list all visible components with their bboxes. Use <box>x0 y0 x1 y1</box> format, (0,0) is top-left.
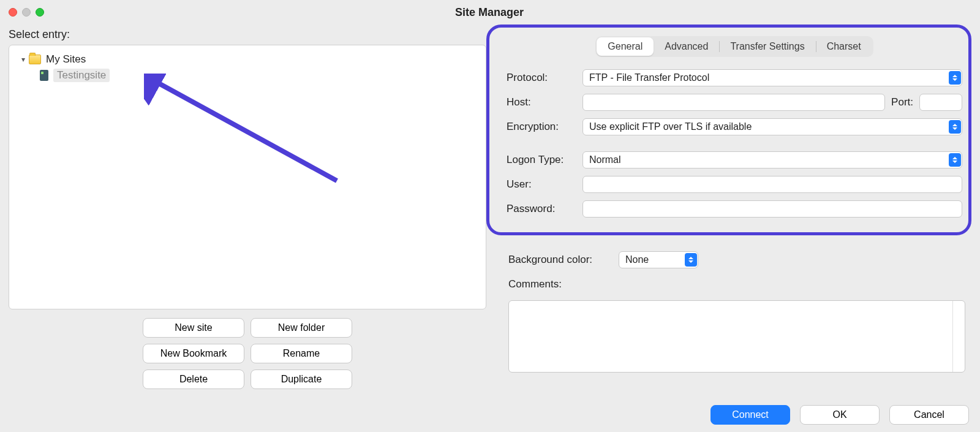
tab-transfer[interactable]: Transfer Settings <box>719 37 815 56</box>
delete-button[interactable]: Delete <box>143 369 244 389</box>
rename-button[interactable]: Rename <box>251 344 352 363</box>
protocol-select[interactable]: FTP - File Transfer Protocol <box>582 69 962 86</box>
logon-type-select[interactable]: Normal <box>582 151 962 169</box>
duplicate-button[interactable]: Duplicate <box>251 369 352 389</box>
encryption-select[interactable]: Use explicit FTP over TLS if available <box>582 118 962 135</box>
window-controls <box>9 8 44 17</box>
bg-color-select[interactable]: None <box>619 251 698 268</box>
dialog-buttons: Connect OK Cancel <box>710 405 969 425</box>
close-window-icon[interactable] <box>9 8 17 17</box>
site-label: Testingsite <box>53 69 110 82</box>
annotation-arrow-icon <box>144 74 340 184</box>
new-site-button[interactable]: New site <box>143 318 244 338</box>
scrollbar[interactable] <box>952 301 965 372</box>
new-bookmark-button[interactable]: New Bookmark <box>143 344 244 363</box>
host-label: Host: <box>507 96 582 108</box>
tree-root[interactable]: ▾ My Sites <box>18 51 477 67</box>
password-label: Password: <box>507 203 582 215</box>
comments-value <box>509 301 952 372</box>
svg-line-0 <box>148 77 337 181</box>
server-icon <box>40 70 48 81</box>
select-arrows-icon <box>949 153 961 167</box>
user-label: User: <box>507 178 582 191</box>
select-arrows-icon <box>949 71 961 85</box>
new-folder-button[interactable]: New folder <box>251 318 352 338</box>
comments-textarea[interactable] <box>508 300 965 373</box>
host-input[interactable] <box>582 94 885 111</box>
maximize-window-icon[interactable] <box>36 8 44 17</box>
tree-site[interactable]: Testingsite <box>18 67 477 83</box>
minimize-window-icon[interactable] <box>22 8 31 17</box>
tab-general[interactable]: General <box>597 37 654 56</box>
extra-panel: Background color: None Comments: <box>486 235 971 373</box>
select-entry-label: Select entry: <box>9 25 486 45</box>
comments-label: Comments: <box>508 278 619 290</box>
root-label: My Sites <box>46 53 86 66</box>
window-title: Site Manager <box>44 6 935 19</box>
tab-advanced[interactable]: Advanced <box>654 37 719 56</box>
encryption-label: Encryption: <box>507 121 582 133</box>
select-arrows-icon <box>949 120 961 134</box>
protocol-label: Protocol: <box>507 72 582 84</box>
logon-type-value: Normal <box>582 151 962 169</box>
connect-button[interactable]: Connect <box>710 405 790 425</box>
title-bar: Site Manager <box>0 0 980 25</box>
port-input[interactable] <box>919 94 962 111</box>
select-arrows-icon <box>685 253 697 267</box>
ok-button[interactable]: OK <box>800 405 880 425</box>
protocol-value: FTP - File Transfer Protocol <box>582 69 962 86</box>
logon-type-label: Logon Type: <box>507 154 582 166</box>
folder-icon <box>29 55 41 64</box>
sites-tree[interactable]: ▾ My Sites Testingsite <box>9 45 486 309</box>
tab-charset[interactable]: Charset <box>816 37 872 56</box>
user-input[interactable] <box>582 176 962 193</box>
tab-bar: General Advanced Transfer Settings Chars… <box>507 36 962 57</box>
password-input[interactable] <box>582 200 962 218</box>
site-buttons: New site New folder New Bookmark Rename … <box>9 318 486 389</box>
encryption-value: Use explicit FTP over TLS if available <box>582 118 962 135</box>
port-label: Port: <box>891 96 913 108</box>
general-panel-highlight: General Advanced Transfer Settings Chars… <box>486 25 971 235</box>
bg-color-label: Background color: <box>508 254 619 266</box>
chevron-down-icon[interactable]: ▾ <box>18 55 29 64</box>
cancel-button[interactable]: Cancel <box>889 405 969 425</box>
